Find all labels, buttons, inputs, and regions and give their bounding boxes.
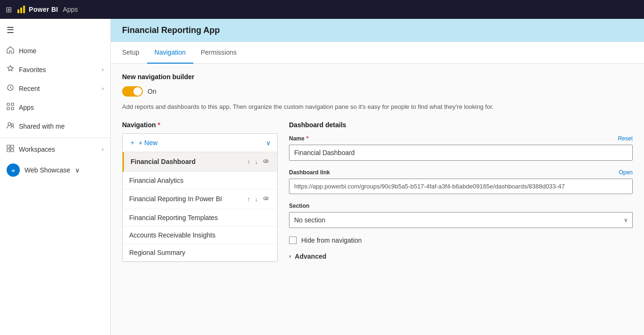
sidebar-item-favorites[interactable]: Favorites › xyxy=(0,60,110,79)
main-layout: ☰ Home Favorites › Recent xyxy=(0,19,644,335)
nav-item-financial-reporting-templates-label: Financial Reporting Templates xyxy=(129,214,271,221)
nav-item-frpbi-eye-btn[interactable] xyxy=(261,194,271,204)
hide-nav-label: Hide from navigation xyxy=(301,237,362,244)
svg-rect-10 xyxy=(7,145,10,148)
name-field-label: Name * Reset xyxy=(289,135,633,142)
nav-item-up-btn[interactable]: ↑ xyxy=(246,157,252,166)
svg-point-17 xyxy=(265,160,267,162)
svg-point-19 xyxy=(265,197,267,199)
nav-item-accounts-receivable[interactable]: Accounts Receivable Insights xyxy=(123,227,277,244)
grid-icon[interactable]: ⊞ xyxy=(6,5,12,14)
favorites-icon xyxy=(7,65,14,74)
advanced-chevron-icon: › xyxy=(289,253,291,260)
topbar-apps-link[interactable]: Apps xyxy=(63,6,78,13)
name-input[interactable] xyxy=(289,145,633,161)
nav-item-actions: ↑ ↓ xyxy=(246,157,271,167)
name-reset-link[interactable]: Reset xyxy=(618,135,633,142)
powerbi-logo-icon xyxy=(17,5,26,14)
nav-builder-title: New navigation builder xyxy=(122,73,633,81)
svg-rect-13 xyxy=(11,149,14,152)
navigation-col-title: Navigation * xyxy=(122,121,278,129)
sidebar-item-home-label: Home xyxy=(19,47,104,55)
workspace-avatar: W xyxy=(7,163,20,177)
svg-rect-11 xyxy=(11,145,14,148)
nav-item-financial-analytics[interactable]: Financial Analytics xyxy=(123,172,277,189)
nav-item-financial-dashboard[interactable]: Financial Dashboard ↑ ↓ xyxy=(123,152,277,172)
svg-rect-1 xyxy=(20,8,22,13)
app-title: Financial Reporting App xyxy=(122,25,220,35)
sidebar-item-web-showcase[interactable]: W Web Showcase ∨ xyxy=(0,159,110,181)
sidebar-item-shared-label: Shared with me xyxy=(19,123,104,130)
svg-rect-2 xyxy=(23,6,25,13)
details-title: Dashboard details xyxy=(289,121,633,129)
name-label-text: Name xyxy=(289,135,305,142)
section-select[interactable]: No section Section 1 Section 2 xyxy=(289,212,633,228)
topbar: ⊞ Power BI Apps xyxy=(0,0,644,19)
tab-permissions[interactable]: Permissions xyxy=(193,42,244,64)
svg-point-8 xyxy=(8,123,11,125)
svg-rect-6 xyxy=(7,107,9,110)
section-label-text: Section xyxy=(289,203,309,209)
workspaces-chevron: › xyxy=(102,146,104,153)
nav-item-regional-summary[interactable]: Regional Summary xyxy=(123,244,277,261)
two-col-layout: Navigation * ＋ + New ∨ xyxy=(122,121,633,262)
sidebar-item-home[interactable]: Home xyxy=(0,41,110,60)
nav-item-frpbi-down-btn[interactable]: ↓ xyxy=(254,195,260,204)
toggle-knob xyxy=(133,87,142,96)
nav-item-financial-reporting-power-bi-label: Financial Reporting In Power BI xyxy=(129,195,243,203)
details-column: Dashboard details Name * Reset xyxy=(289,121,633,260)
nav-item-frpbi-up-btn[interactable]: ↑ xyxy=(246,195,252,204)
name-required-star: * xyxy=(306,135,309,142)
advanced-row[interactable]: › Advanced xyxy=(289,253,633,260)
sidebar: ☰ Home Favorites › Recent xyxy=(0,19,111,335)
nav-list-container: ＋ + New ∨ Financial Dashboard ↑ ↓ xyxy=(122,133,278,262)
sidebar-item-apps[interactable]: Apps xyxy=(0,98,110,117)
link-input[interactable] xyxy=(289,179,633,194)
nav-required-star: * xyxy=(157,121,160,129)
svg-rect-5 xyxy=(11,103,14,106)
nav-item-eye-btn[interactable] xyxy=(261,157,271,167)
svg-point-9 xyxy=(11,124,14,126)
navigation-column: Navigation * ＋ + New ∨ xyxy=(122,121,278,262)
nav-item-regional-summary-label: Regional Summary xyxy=(129,249,271,256)
sidebar-item-recent[interactable]: Recent › xyxy=(0,79,110,98)
nav-item-financial-analytics-label: Financial Analytics xyxy=(129,177,271,184)
section-select-wrapper: No section Section 1 Section 2 ∨ xyxy=(289,212,633,228)
home-icon xyxy=(7,46,14,56)
apps-icon xyxy=(7,103,14,112)
app-header: Financial Reporting App xyxy=(111,19,644,42)
nav-item-frpbi-actions: ↑ ↓ xyxy=(246,194,271,204)
section-field-label: Section xyxy=(289,203,633,209)
logo: Power BI xyxy=(17,5,58,14)
svg-rect-0 xyxy=(17,9,19,13)
toggle-label: On xyxy=(148,88,157,95)
nav-item-financial-reporting-templates[interactable]: Financial Reporting Templates xyxy=(123,209,277,227)
hide-nav-checkbox[interactable] xyxy=(289,237,297,244)
sidebar-item-workspaces[interactable]: Workspaces › xyxy=(0,140,110,159)
link-field-group: Dashboard link Open xyxy=(289,169,633,194)
sidebar-item-shared[interactable]: Shared with me xyxy=(0,117,110,136)
link-open-link[interactable]: Open xyxy=(619,169,633,176)
favorites-chevron: › xyxy=(102,66,104,73)
nav-item-financial-reporting-power-bi[interactable]: Financial Reporting In Power BI ↑ ↓ xyxy=(123,189,277,209)
toggle-row: On xyxy=(122,86,633,97)
hamburger-icon[interactable]: ☰ xyxy=(7,25,14,35)
recent-chevron: › xyxy=(102,85,104,92)
tabs-bar: Setup Navigation Permissions xyxy=(111,42,644,64)
sidebar-nav: Home Favorites › Recent › xyxy=(0,41,110,335)
link-label-text: Dashboard link xyxy=(289,169,330,176)
section-field-group: Section No section Section 1 Section 2 ∨ xyxy=(289,203,633,228)
sidebar-item-recent-label: Recent xyxy=(19,85,97,92)
nav-add-icon: ＋ xyxy=(129,139,136,147)
svg-text:W: W xyxy=(12,169,15,172)
svg-rect-7 xyxy=(11,107,14,110)
sidebar-item-favorites-label: Favorites xyxy=(19,66,97,74)
nav-add-button[interactable]: ＋ + New ∨ xyxy=(123,134,277,152)
hide-nav-checkbox-row: Hide from navigation xyxy=(289,237,633,244)
tab-setup[interactable]: Setup xyxy=(122,42,147,64)
tab-navigation[interactable]: Navigation xyxy=(147,42,193,64)
nav-item-down-btn[interactable]: ↓ xyxy=(254,157,260,166)
nav-builder-toggle[interactable] xyxy=(122,86,143,97)
workspace-chevron: ∨ xyxy=(75,166,80,174)
logo-text: Power BI xyxy=(29,6,58,13)
